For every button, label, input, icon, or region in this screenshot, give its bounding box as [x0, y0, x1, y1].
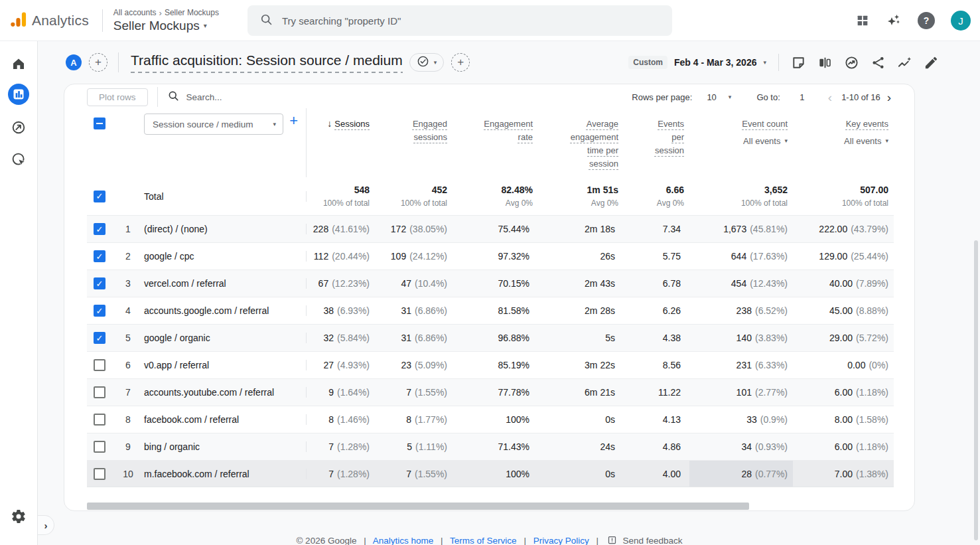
- insights-icon[interactable]: [844, 55, 859, 70]
- metric-cell: 96.88%: [453, 333, 538, 343]
- metric-cell: 4.00: [624, 469, 689, 479]
- date-range-picker[interactable]: Feb 4 - Mar 3, 2026 ▾: [674, 57, 766, 68]
- link-analytics-home[interactable]: Analytics home: [373, 536, 434, 545]
- column-header-engagement-rate[interactable]: Engagement rate: [472, 117, 533, 144]
- row-checkbox[interactable]: [94, 414, 105, 426]
- nav-advertising[interactable]: [0, 151, 37, 170]
- metric-cell: 45.00(8.88%): [793, 305, 894, 316]
- metric-cell: 8.56: [624, 360, 689, 370]
- table-row[interactable]: 5 google / organic 32(5.84%) 31(6.86%) 9…: [87, 324, 894, 351]
- divider: [157, 87, 158, 107]
- table-row[interactable]: 9 bing / organic 7(1.28%) 5(1.11%) 71.43…: [87, 433, 894, 460]
- row-dimension: accounts.google.com / referral: [140, 305, 307, 316]
- previous-page-icon[interactable]: ‹: [827, 91, 833, 104]
- apps-grid-icon[interactable]: [855, 13, 870, 28]
- key-events-filter-value: All events: [844, 136, 881, 146]
- row-checkbox[interactable]: [94, 305, 105, 317]
- event-count-filter[interactable]: All events ▾: [743, 136, 788, 146]
- share-icon[interactable]: [871, 55, 886, 70]
- table-search-input[interactable]: [186, 92, 385, 102]
- add-dimension-button[interactable]: +: [289, 114, 298, 128]
- breadcrumb-root[interactable]: All accounts: [113, 8, 157, 17]
- key-events-filter[interactable]: All events ▾: [844, 136, 888, 146]
- reports-icon: [7, 82, 31, 109]
- metric-cell: 11.22: [624, 387, 689, 398]
- send-feedback[interactable]: Send feedback: [623, 536, 683, 545]
- gemini-sparkle-icon[interactable]: [886, 13, 902, 29]
- chevron-down-icon: ▾: [434, 60, 437, 66]
- nav-explore[interactable]: [0, 119, 37, 138]
- dimension-selector[interactable]: Session source / medium ▾: [144, 114, 283, 135]
- row-checkbox[interactable]: [94, 359, 105, 371]
- link-privacy-policy[interactable]: Privacy Policy: [533, 536, 589, 545]
- next-page-icon[interactable]: ›: [886, 91, 892, 104]
- page-footer: © 2026 Google | Analytics home | Terms o…: [64, 535, 915, 545]
- global-search[interactable]: [247, 5, 672, 36]
- total-events-per-session: 6.66: [666, 185, 684, 195]
- check-circle-icon: [417, 55, 429, 70]
- row-index: 5: [116, 333, 140, 343]
- table-row[interactable]: 6 v0.app / referral 27(4.93%) 23(5.09%) …: [87, 351, 894, 378]
- table-row[interactable]: 2 google / cpc 112(20.44%) 109(24.12%) 9…: [87, 242, 894, 270]
- analytics-logo[interactable]: Analytics: [0, 10, 89, 31]
- column-header-engaged-sessions[interactable]: Engaged sessions: [399, 117, 447, 144]
- metric-cell: 228(41.61%): [307, 224, 375, 234]
- row-checkbox[interactable]: [94, 386, 105, 398]
- user-avatar[interactable]: J: [951, 11, 971, 31]
- metric-cell: 140(3.83%): [689, 333, 793, 343]
- table-row[interactable]: 8 facebook.com / referral 8(1.46%) 8(1.7…: [87, 406, 894, 433]
- row-checkbox[interactable]: [94, 468, 105, 480]
- table-row[interactable]: 7 accounts.youtube.com / referral 9(1.64…: [87, 378, 894, 406]
- breadcrumb-current[interactable]: Seller Mockups: [165, 8, 219, 17]
- total-row-checkbox[interactable]: [94, 191, 105, 202]
- row-checkbox[interactable]: [94, 441, 105, 453]
- row-checkbox[interactable]: [94, 277, 105, 289]
- row-index: 10: [116, 469, 140, 479]
- collection-avatar[interactable]: A: [66, 54, 82, 70]
- column-header-key-events[interactable]: Key events: [846, 117, 888, 131]
- help-icon[interactable]: ?: [918, 12, 935, 29]
- metric-cell: 8(1.46%): [307, 414, 375, 425]
- edit-pencil-icon[interactable]: [924, 55, 939, 70]
- dimension-selector-value: Session source / medium: [153, 119, 253, 129]
- row-checkbox[interactable]: [94, 250, 105, 262]
- table-row[interactable]: 10 m.facebook.com / referral 7(1.28%) 7(…: [87, 460, 894, 487]
- nav-reports-active[interactable]: [0, 82, 37, 109]
- global-search-input[interactable]: [282, 15, 627, 27]
- row-checkbox[interactable]: [94, 332, 105, 344]
- event-count-filter-value: All events: [743, 136, 780, 146]
- chevron-down-icon[interactable]: ▾: [729, 94, 732, 100]
- metric-cell: 172(38.05%): [375, 224, 453, 234]
- horizontal-scrollbar[interactable]: [87, 503, 749, 510]
- nav-home[interactable]: [0, 56, 37, 74]
- goto-page-input[interactable]: [792, 92, 812, 102]
- search-icon: [167, 90, 179, 104]
- column-header-event-count[interactable]: Event count: [742, 117, 788, 131]
- vertical-scrollbar[interactable]: [974, 240, 978, 540]
- table-row[interactable]: 4 accounts.google.com / referral 38(6.93…: [87, 297, 894, 324]
- table-row[interactable]: 1 (direct) / (none) 228(41.61%) 172(38.0…: [87, 215, 894, 242]
- plot-rows-button[interactable]: Plot rows: [87, 88, 148, 106]
- report-status-button[interactable]: ▾: [409, 53, 445, 72]
- row-checkbox[interactable]: [94, 223, 105, 235]
- divider: [778, 54, 779, 71]
- row-dimension: facebook.com / referral: [140, 414, 307, 425]
- account-switcher[interactable]: All accounts › Seller Mockups Seller Moc…: [113, 8, 219, 33]
- comparison-icon[interactable]: [817, 55, 833, 70]
- add-collection-button[interactable]: +: [89, 53, 107, 72]
- add-report-tab-button[interactable]: +: [451, 53, 470, 72]
- metric-cell: 81.58%: [453, 305, 538, 316]
- sparkline-insights-icon[interactable]: [897, 55, 912, 70]
- expand-nav-button[interactable]: ›: [38, 515, 54, 535]
- column-header-events-per-session[interactable]: Events per session: [647, 117, 684, 157]
- column-header-avg-engagement-time[interactable]: Average engagement time per session: [557, 117, 618, 171]
- metric-cell: 71.43%: [453, 441, 538, 452]
- link-terms-of-service[interactable]: Terms of Service: [450, 536, 517, 545]
- column-header-sessions[interactable]: Sessions: [334, 119, 370, 129]
- table-row[interactable]: 3 vercel.com / referral 67(12.23%) 47(10…: [87, 270, 894, 297]
- report-title[interactable]: Traffic acquisition: Session source / me…: [131, 52, 403, 73]
- notes-icon[interactable]: [791, 55, 806, 70]
- rows-per-page-select[interactable]: 10: [707, 92, 716, 102]
- select-all-checkbox[interactable]: [94, 117, 105, 129]
- nav-admin[interactable]: [0, 508, 37, 527]
